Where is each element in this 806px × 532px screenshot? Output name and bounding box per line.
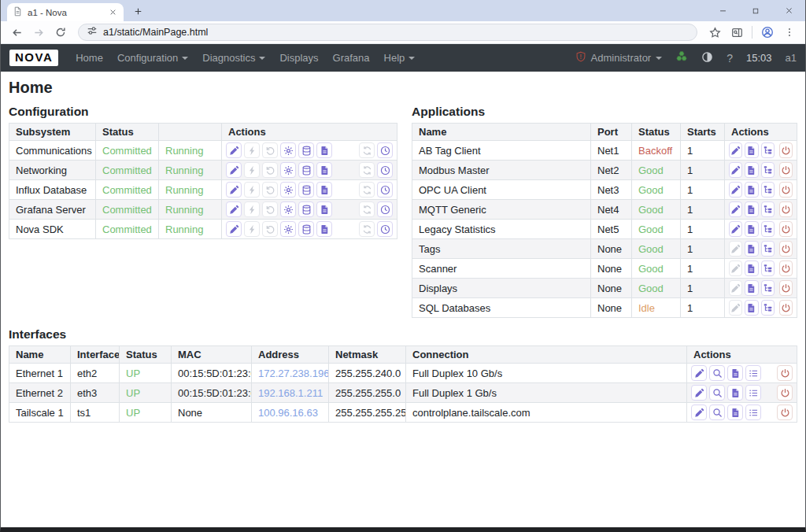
file-action-button[interactable] xyxy=(316,142,332,158)
pencil-action-button[interactable] xyxy=(729,142,742,158)
cluster-status-icon[interactable] xyxy=(675,50,688,65)
clock-action-button[interactable] xyxy=(377,182,393,198)
power-action-button[interactable] xyxy=(779,260,793,276)
clock-action-button[interactable] xyxy=(377,201,393,217)
nav-item-configuration[interactable]: Configuration xyxy=(110,52,195,64)
back-button[interactable] xyxy=(7,23,26,42)
address-link[interactable]: 192.168.1.211 xyxy=(252,383,329,403)
reload-button[interactable] xyxy=(51,23,70,42)
file-action-button[interactable] xyxy=(745,260,758,276)
pencil-action-button[interactable] xyxy=(226,182,242,198)
nav-item-grafana[interactable]: Grafana xyxy=(326,52,377,64)
pencil-action-button[interactable] xyxy=(226,142,242,158)
search-action-button[interactable] xyxy=(709,365,725,381)
tree-action-button[interactable] xyxy=(761,162,775,178)
pencil-action-button[interactable] xyxy=(226,201,242,217)
database-action-button[interactable] xyxy=(298,182,314,198)
gear-action-button[interactable] xyxy=(280,182,296,198)
window-close-button[interactable] xyxy=(772,0,805,21)
power-action-button[interactable] xyxy=(777,365,793,381)
user-menu[interactable]: Administrator xyxy=(575,51,663,65)
gear-action-button[interactable] xyxy=(280,221,296,237)
bookmark-star-icon[interactable] xyxy=(705,23,724,42)
tree-action-button[interactable] xyxy=(761,221,775,237)
tree-action-button[interactable] xyxy=(761,182,775,198)
clock-action-button[interactable] xyxy=(377,142,393,158)
file-action-button[interactable] xyxy=(745,201,758,217)
database-action-button[interactable] xyxy=(298,142,314,158)
nav-item-displays[interactable]: Displays xyxy=(272,52,325,64)
pencil-action-button[interactable] xyxy=(691,385,707,401)
profile-avatar[interactable] xyxy=(758,23,777,42)
address-link[interactable]: 100.96.16.63 xyxy=(252,403,329,423)
pencil-action-button[interactable] xyxy=(729,221,742,237)
tree-action-button[interactable] xyxy=(761,201,775,217)
side-panel-icon[interactable] xyxy=(727,23,746,42)
search-action-button[interactable] xyxy=(709,385,725,401)
file-action-button[interactable] xyxy=(745,280,758,296)
file-action-button[interactable] xyxy=(745,182,758,198)
browser-tab[interactable]: a1 - Nova xyxy=(7,3,124,21)
file-action-button[interactable] xyxy=(316,201,332,217)
pencil-action-button[interactable] xyxy=(691,365,707,381)
pencil-action-button[interactable] xyxy=(226,221,242,237)
power-action-button[interactable] xyxy=(779,182,793,198)
gear-action-button[interactable] xyxy=(280,201,296,217)
list-action-button[interactable] xyxy=(745,385,761,401)
clock-action-button[interactable] xyxy=(377,221,393,237)
file-action-button[interactable] xyxy=(727,405,743,420)
nav-item-home[interactable]: Home xyxy=(68,52,110,64)
pencil-action-button[interactable] xyxy=(691,405,707,420)
database-action-button[interactable] xyxy=(298,221,314,237)
power-action-button[interactable] xyxy=(779,162,793,178)
pencil-action-button[interactable] xyxy=(729,182,742,198)
file-action-button[interactable] xyxy=(316,162,332,178)
window-minimize-button[interactable] xyxy=(706,0,739,21)
address-link[interactable]: 172.27.238.196 xyxy=(252,364,329,383)
file-action-button[interactable] xyxy=(745,300,758,316)
file-action-button[interactable] xyxy=(727,385,743,401)
list-action-button[interactable] xyxy=(745,365,761,381)
list-action-button[interactable] xyxy=(745,405,761,420)
tree-action-button[interactable] xyxy=(761,300,775,316)
site-settings-icon[interactable] xyxy=(87,25,98,39)
tree-action-button[interactable] xyxy=(761,280,775,296)
window-maximize-button[interactable] xyxy=(739,0,772,21)
nova-logo[interactable]: NOVA xyxy=(9,50,58,67)
url-text[interactable]: a1/static/MainPage.html xyxy=(103,27,208,38)
database-action-button[interactable] xyxy=(298,162,314,178)
nav-item-diagnostics[interactable]: Diagnostics xyxy=(195,52,272,64)
help-icon[interactable]: ? xyxy=(727,52,733,65)
search-action-button[interactable] xyxy=(709,405,725,420)
address-bar[interactable]: a1/static/MainPage.html xyxy=(78,24,697,41)
power-action-button[interactable] xyxy=(779,241,793,257)
power-action-button[interactable] xyxy=(779,142,793,158)
contrast-toggle-icon[interactable] xyxy=(701,51,713,65)
file-action-button[interactable] xyxy=(745,241,758,257)
tab-close-icon[interactable] xyxy=(107,7,118,18)
clock-action-button[interactable] xyxy=(377,162,393,178)
power-action-button[interactable] xyxy=(777,385,793,401)
file-action-button[interactable] xyxy=(745,162,758,178)
pencil-action-button[interactable] xyxy=(226,162,242,178)
database-action-button[interactable] xyxy=(298,201,314,217)
file-action-button[interactable] xyxy=(745,221,758,237)
power-action-button[interactable] xyxy=(777,405,793,420)
new-tab-button[interactable] xyxy=(128,2,147,20)
file-action-button[interactable] xyxy=(727,365,743,381)
power-action-button[interactable] xyxy=(779,221,793,237)
file-action-button[interactable] xyxy=(745,142,758,158)
tree-action-button[interactable] xyxy=(761,142,775,158)
file-action-button[interactable] xyxy=(316,182,332,198)
pencil-action-button[interactable] xyxy=(729,162,742,178)
power-action-button[interactable] xyxy=(779,201,793,217)
gear-action-button[interactable] xyxy=(280,142,296,158)
browser-menu-kebab-icon[interactable] xyxy=(780,23,799,42)
power-action-button[interactable] xyxy=(779,300,793,316)
file-action-button[interactable] xyxy=(316,221,332,237)
pencil-action-button[interactable] xyxy=(729,201,742,217)
power-action-button[interactable] xyxy=(779,280,793,296)
tree-action-button[interactable] xyxy=(761,260,775,276)
tree-action-button[interactable] xyxy=(761,241,775,257)
gear-action-button[interactable] xyxy=(280,162,296,178)
